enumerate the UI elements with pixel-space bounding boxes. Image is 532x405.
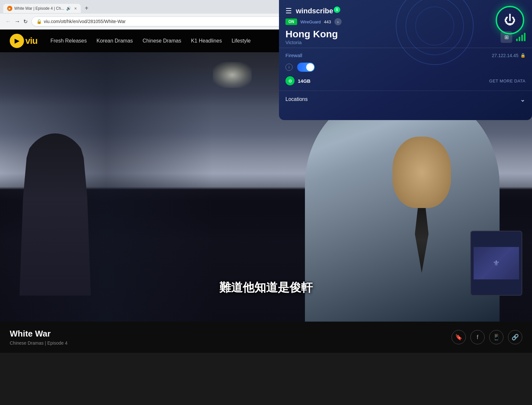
- viu-logo[interactable]: ▶ viu: [10, 34, 37, 48]
- vpn-protocol: WireGuard: [300, 19, 321, 24]
- nav-k1-headlines[interactable]: K1 Headlines: [191, 38, 222, 44]
- forward-button[interactable]: →: [13, 17, 21, 26]
- viu-nav: Fresh Releases Korean Dramas Chinese Dra…: [50, 38, 250, 44]
- show-meta: Chinese Dramas | Episode 4: [10, 340, 67, 346]
- lock-icon: 🔒: [36, 19, 42, 24]
- vpn-power-button[interactable]: ⏻: [496, 6, 524, 34]
- nav-korean-dramas[interactable]: Korean Dramas: [97, 38, 133, 44]
- signal-bar-3: [521, 35, 523, 41]
- active-tab[interactable]: ▶ White War | Episode 4 | Ch... 🔊 ×: [3, 4, 81, 13]
- vpn-logo-badge: S: [334, 6, 340, 13]
- vpn-data-amount: 14GB: [298, 78, 310, 84]
- power-icon: ⏻: [504, 14, 516, 26]
- signal-bar-1: [516, 39, 518, 41]
- tab-title: White War | Episode 4 | Ch...: [14, 6, 64, 11]
- show-info-left: White War Chinese Dramas | Episode 4: [10, 329, 67, 346]
- vpn-info-button[interactable]: i: [285, 64, 293, 71]
- signal-bar-2: [519, 37, 520, 41]
- vpn-logo-text: windscribe: [296, 7, 333, 15]
- data-icon: ⊙: [285, 76, 295, 85]
- whatsapp-button[interactable]: 📱: [489, 330, 503, 344]
- nav-chinese-dramas[interactable]: Chinese Dramas: [143, 38, 181, 44]
- back-button[interactable]: ←: [4, 17, 12, 26]
- firewall-label: Firewall: [285, 53, 302, 58]
- power-button-container: ⏻: [496, 6, 524, 34]
- vpn-location: Hong Kong Victoria ⊞: [279, 27, 532, 48]
- vpn-header: ☰ windscribe S: [279, 0, 532, 18]
- vpn-logo: windscribe S: [296, 6, 340, 16]
- show-title: White War: [10, 329, 67, 339]
- vpn-status-badge: ON: [285, 18, 297, 25]
- vpn-firewall-row: Firewall 27.122.14.45 🔒: [279, 48, 532, 63]
- vpn-region: Victoria: [285, 40, 338, 45]
- vpn-menu-button[interactable]: ☰: [285, 7, 292, 15]
- url-text: viu.com/ott/hk/en/vod/281055/White-War: [44, 19, 126, 24]
- bookmark-button[interactable]: 🔖: [452, 330, 466, 344]
- vpn-panel: ⏻ ☰ windscribe S ON WireGuard 443 › Hong…: [279, 0, 532, 120]
- vpn-data-row: ⊙ 14GB GET MORE DATA: [279, 76, 532, 91]
- figure-face: [393, 137, 451, 208]
- get-more-data-button[interactable]: GET MORE DATA: [489, 79, 526, 83]
- firewall-lock-icon: 🔒: [520, 53, 526, 58]
- vpn-data-badge: ⊙ 14GB: [285, 76, 310, 85]
- nav-fresh-releases[interactable]: Fresh Releases: [50, 38, 87, 44]
- tab-favicon: ▶: [7, 6, 12, 11]
- refresh-button[interactable]: ↻: [22, 17, 29, 26]
- show-social-buttons: 🔖 f 📱 🔗: [452, 330, 522, 344]
- firewall-ip-container: 27.122.14.45 🔒: [492, 53, 526, 58]
- new-tab-button[interactable]: +: [82, 5, 91, 12]
- share-link-button[interactable]: 🔗: [508, 330, 522, 344]
- viu-logo-text: viu: [25, 36, 37, 46]
- vpn-city: Hong Kong: [285, 29, 338, 40]
- viu-play-icon: ▶: [15, 37, 19, 44]
- locations-label: Locations: [285, 96, 308, 102]
- show-info-bar: White War Chinese Dramas | Episode 4 🔖 f…: [0, 322, 532, 353]
- vpn-port: 443: [324, 19, 331, 24]
- figure-back: [19, 133, 91, 296]
- tablet-screen: ⚜: [474, 247, 519, 279]
- browser-window: ▶ White War | Episode 4 | Ch... 🔊 × + ← …: [0, 0, 532, 405]
- toggle-knob: [306, 63, 314, 71]
- tab-sound-icon[interactable]: 🔊: [66, 6, 71, 11]
- tablet-crest-icon: ⚜: [493, 259, 500, 268]
- nav-lifestyle[interactable]: Lifestyle: [232, 38, 251, 44]
- viu-logo-icon: ▶: [10, 34, 24, 48]
- vpn-status-row: ON WireGuard 443 ›: [279, 18, 532, 27]
- video-subtitle: 難道他知道是俊軒: [219, 280, 313, 296]
- tab-favicon-icon: ▶: [9, 7, 11, 10]
- tab-close-button[interactable]: ×: [74, 6, 77, 11]
- vpn-location-info: Hong Kong Victoria: [285, 29, 338, 45]
- vpn-port-arrow[interactable]: ›: [334, 18, 342, 25]
- facebook-button[interactable]: f: [470, 330, 485, 344]
- vpn-locations-row[interactable]: Locations ⌄: [279, 91, 532, 108]
- tablet-prop: ⚜: [470, 231, 522, 296]
- locations-chevron-icon[interactable]: ⌄: [520, 95, 526, 103]
- nav-buttons: ← → ↻: [4, 17, 29, 26]
- firewall-ip: 27.122.14.45: [492, 53, 518, 58]
- vpn-toggle-switch[interactable]: [297, 63, 315, 72]
- vpn-toggle-row: i: [279, 63, 532, 76]
